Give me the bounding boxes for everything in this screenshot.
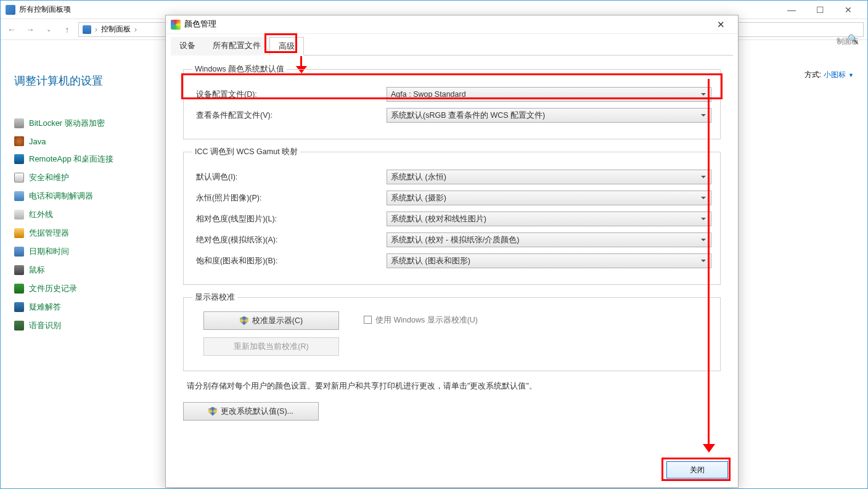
row-default-rendering: 默认调色(I): 系统默认 (永恒): [192, 170, 711, 184]
view-mode: 方式: 小图标 ▼: [805, 70, 854, 80]
select-relative[interactable]: 系统默认 (校对和线性图片): [387, 212, 711, 226]
microphone-icon: [14, 321, 24, 331]
dialog-title: 颜色管理: [184, 19, 708, 30]
history-icon: [14, 284, 24, 294]
label-view-conditions: 查看条件配置文件(V):: [192, 110, 387, 121]
cp-item-label: Java: [29, 137, 46, 146]
cp-item-speech[interactable]: 语音识别: [14, 320, 113, 331]
bitlocker-icon: [14, 118, 24, 128]
annotation-arrow-line: [708, 79, 710, 446]
row-saturation: 饱和度(图表和图形)(B): 系统默认 (图表和图形): [192, 253, 711, 268]
tab-advanced[interactable]: 高级: [269, 37, 304, 55]
forward-button[interactable]: →: [23, 22, 38, 37]
breadcrumb-sep: ›: [95, 25, 97, 34]
java-icon: [14, 136, 24, 146]
cp-item-label: 文件历史记录: [29, 283, 77, 294]
icc-label: 默认调色(I):: [192, 172, 387, 183]
group-icc-mapping: ICC 调色到 WCS Gamut 映射 默认调色(I): 系统默认 (永恒) …: [183, 147, 721, 285]
breadcrumb-item[interactable]: 控制面板: [101, 24, 131, 35]
mouse-icon: [14, 265, 24, 275]
cp-item-java[interactable]: Java: [14, 136, 113, 146]
button-label: 更改系统默认值(S)...: [221, 406, 293, 417]
annotation-arrow-head-down: [703, 444, 715, 459]
cp-item-remoteapp[interactable]: RemoteApp 和桌面连接: [14, 154, 113, 165]
tab-all-profiles[interactable]: 所有配置文件: [204, 37, 269, 55]
button-label: 校准显示器(C): [252, 316, 303, 326]
cp-item-label: 疑难解答: [29, 302, 61, 313]
legend-defaults: Windows 颜色系统默认值: [192, 64, 287, 75]
select-view-conditions[interactable]: 系统默认(sRGB 查看条件的 WCS 配置文件): [387, 108, 711, 123]
page-heading: 调整计算机的设置: [14, 73, 103, 88]
cp-item-filehistory[interactable]: 文件历史记录: [14, 283, 113, 294]
shield-icon: [240, 316, 248, 325]
window-title: 所有控制面板项: [19, 4, 777, 15]
button-label: 关闭: [690, 465, 705, 475]
row-device-profile: 设备配置文件(D): Agfa : Swop Standard: [192, 87, 711, 102]
cp-item-mouse[interactable]: 鼠标: [14, 265, 113, 276]
close-button[interactable]: 关闭: [666, 461, 728, 479]
select-default-rendering[interactable]: 系统默认 (永恒): [387, 170, 711, 184]
cp-item-infrared[interactable]: 红外线: [14, 209, 113, 220]
back-button[interactable]: ←: [4, 22, 19, 37]
cp-item-credentials[interactable]: 凭据管理器: [14, 228, 113, 239]
close-button[interactable]: ✕: [834, 1, 862, 19]
cp-item-datetime[interactable]: 日期和时间: [14, 246, 113, 257]
cp-item-label: 鼠标: [29, 265, 45, 276]
view-label: 方式:: [805, 70, 821, 80]
row-relative: 相对色度(线型图片)(L): 系统默认 (校对和线性图片): [192, 212, 711, 226]
select-saturation[interactable]: 系统默认 (图表和图形): [387, 253, 711, 268]
cp-item-phone[interactable]: 电话和调制解调器: [14, 191, 113, 202]
select-device-profile[interactable]: Agfa : Swop Standard: [387, 87, 711, 102]
cp-item-troubleshoot[interactable]: 疑难解答: [14, 302, 113, 313]
select-value: Agfa : Swop Standard: [391, 90, 466, 99]
select-absolute[interactable]: 系统默认 (校对 - 模拟纸张/介质颜色): [387, 232, 711, 247]
maximize-button[interactable]: ☐: [806, 1, 834, 19]
select-value: 系统默认 (图表和图形): [391, 256, 470, 266]
select-perceptual[interactable]: 系统默认 (摄影): [387, 191, 711, 205]
cp-item-security[interactable]: 安全和维护: [14, 172, 113, 183]
calibrate-display-button[interactable]: 校准显示器(C): [203, 311, 339, 330]
checkbox-label: 使用 Windows 显示器校准(U): [375, 316, 478, 324]
control-panel-icon: [6, 5, 15, 15]
icc-label: 相对色度(线型图片)(L):: [192, 214, 387, 224]
select-value: 系统默认(sRGB 查看条件的 WCS 配置文件): [391, 110, 545, 121]
control-panel-items: BitLocker 驱动器加密 Java RemoteApp 和桌面连接 安全和…: [14, 118, 113, 331]
cp-item-label: 凭据管理器: [29, 228, 69, 239]
cp-item-label: RemoteApp 和桌面连接: [29, 154, 113, 165]
cp-item-label: BitLocker 驱动器加密: [29, 118, 105, 129]
dialog-body: Windows 颜色系统默认值 设备配置文件(D): Agfa : Swop S…: [166, 55, 738, 429]
search-icon[interactable]: 🔍: [846, 34, 859, 44]
up-button[interactable]: ↑: [60, 22, 75, 37]
legend-calibration: 显示器校准: [192, 292, 237, 303]
checkbox-icon: [364, 316, 372, 324]
address-icon: [83, 25, 91, 34]
infrared-icon: [14, 210, 24, 220]
group-windows-defaults: Windows 颜色系统默认值 设备配置文件(D): Agfa : Swop S…: [183, 64, 721, 139]
reload-calibration-button: 重新加载当前校准(R): [203, 337, 339, 356]
remoteapp-icon: [14, 154, 24, 164]
view-mode-link[interactable]: 小图标: [824, 70, 846, 80]
select-value: 系统默认 (校对 - 模拟纸张/介质颜色): [391, 235, 519, 245]
color-management-dialog: 颜色管理 ✕ 设备 所有配置文件 高级 Windows 颜色系统默认值 设备配置…: [165, 15, 739, 488]
row-absolute: 绝对色度(模拟纸张)(A): 系统默认 (校对 - 模拟纸张/介质颜色): [192, 232, 711, 247]
icc-label: 饱和度(图表和图形)(B):: [192, 256, 387, 266]
select-value: 系统默认 (校对和线性图片): [391, 214, 486, 224]
icc-label: 永恒(照片图像)(P):: [192, 193, 387, 203]
dialog-close-button[interactable]: ✕: [708, 17, 733, 33]
cp-item-label: 日期和时间: [29, 246, 69, 257]
shield-icon: [208, 407, 217, 416]
minimize-button[interactable]: —: [777, 1, 806, 19]
cp-item-bitlocker[interactable]: BitLocker 驱动器加密: [14, 118, 113, 129]
cp-item-label: 安全和维护: [29, 172, 69, 183]
button-label: 重新加载当前校准(R): [234, 342, 308, 352]
history-dropdown[interactable]: ⌄: [41, 22, 56, 37]
troubleshoot-icon: [14, 302, 24, 312]
change-system-defaults-button[interactable]: 更改系统默认值(S)...: [183, 402, 319, 421]
use-windows-calibration-checkbox[interactable]: 使用 Windows 显示器校准(U): [364, 315, 478, 326]
credentials-icon: [14, 228, 24, 238]
group-display-calibration: 显示器校准 校准显示器(C) 重新加载当前校准(R) 使用 Windows 显示…: [183, 292, 721, 371]
color-icon: [171, 20, 181, 30]
tab-devices[interactable]: 设备: [171, 37, 204, 55]
info-text: 请分别存储对每个用户的颜色设置。要对新用户和共享打印机进行更改，请单击"更改系统…: [187, 380, 717, 392]
legend-icc: ICC 调色到 WCS Gamut 映射: [192, 147, 300, 157]
